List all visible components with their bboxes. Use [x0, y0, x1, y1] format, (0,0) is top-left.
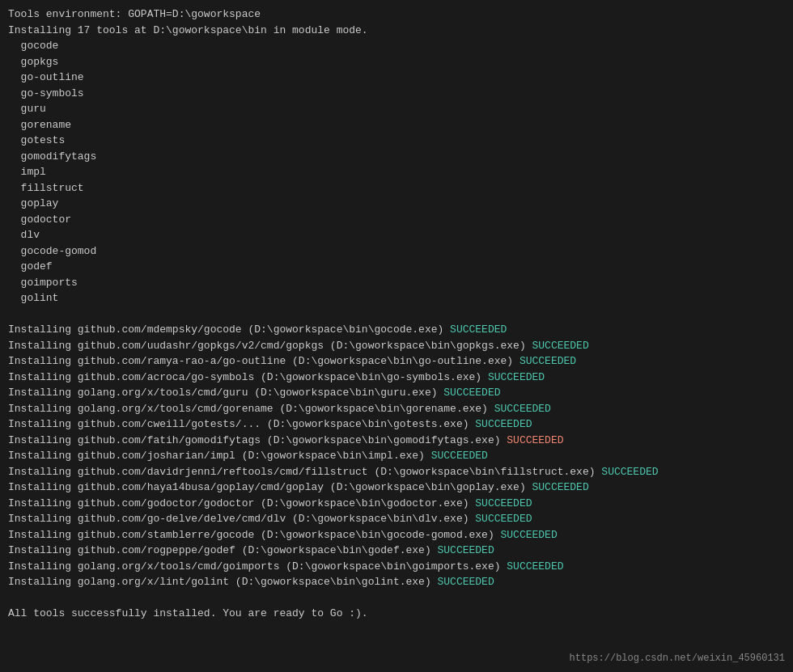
install-line-5: Installing golang.org/x/tools/cmd/gorena… [8, 401, 785, 417]
tools-list: gocode gopkgs go-outline go-symbols guru… [8, 38, 785, 306]
terminal: Tools environment: GOPATH=D:\goworkspace… [0, 0, 793, 672]
install-line-14: Installing github.com/rogpeppe/godef (D:… [8, 543, 785, 559]
tool-item-14: godef [8, 259, 785, 275]
install-line-12: Installing github.com/go-delve/delve/cmd… [8, 511, 785, 527]
tool-item-2: go-outline [8, 70, 785, 86]
install-line-8: Installing github.com/josharian/impl (D:… [8, 448, 785, 464]
header-line-2: Installing 17 tools at D:\goworkspace\bi… [8, 23, 785, 39]
install-line-1: Installing github.com/uudashr/gopkgs/v2/… [8, 338, 785, 354]
tool-item-10: goplay [8, 196, 785, 212]
tool-item-5: gorename [8, 117, 785, 133]
tool-item-4: guru [8, 101, 785, 117]
tool-item-15: goimports [8, 275, 785, 291]
install-line-0: Installing github.com/mdempsky/gocode (D… [8, 322, 785, 338]
install-line-10: Installing github.com/haya14busa/goplay/… [8, 480, 785, 496]
install-line-6: Installing github.com/cweill/gotests/...… [8, 416, 785, 433]
install-line-15: Installing golang.org/x/tools/cmd/goimpo… [8, 559, 785, 575]
tool-item-1: gopkgs [8, 54, 785, 70]
footer-line: All tools successfully installed. You ar… [8, 606, 785, 622]
tool-item-3: go-symbols [8, 86, 785, 102]
watermark: https://blog.csdn.net/weixin_45960131 [570, 653, 785, 664]
tool-item-6: gotests [8, 133, 785, 149]
tool-item-11: godoctor [8, 212, 785, 228]
install-line-11: Installing github.com/godoctor/godoctor … [8, 496, 785, 512]
install-line-9: Installing github.com/davidrjenni/reftoo… [8, 464, 785, 480]
tool-item-0: gocode [8, 38, 785, 54]
install-line-7: Installing github.com/fatih/gomodifytags… [8, 433, 785, 449]
header-line-1: Tools environment: GOPATH=D:\goworkspace [8, 6, 785, 23]
tool-item-9: fillstruct [8, 180, 785, 197]
tool-item-8: impl [8, 164, 785, 180]
blank-line-2 [8, 590, 785, 606]
tool-item-16: golint [8, 290, 785, 306]
install-line-13: Installing github.com/stamblerre/gocode … [8, 527, 785, 543]
installs-list: Installing github.com/mdempsky/gocode (D… [8, 322, 785, 590]
tool-item-12: dlv [8, 227, 785, 243]
install-line-3: Installing github.com/acroca/go-symbols … [8, 370, 785, 386]
tool-item-13: gocode-gomod [8, 243, 785, 260]
install-line-4: Installing golang.org/x/tools/cmd/guru (… [8, 385, 785, 401]
install-line-16: Installing golang.org/x/lint/golint (D:\… [8, 574, 785, 590]
install-line-2: Installing github.com/ramya-rao-a/go-out… [8, 353, 785, 370]
blank-line-1 [8, 306, 785, 323]
tool-item-7: gomodifytags [8, 149, 785, 165]
